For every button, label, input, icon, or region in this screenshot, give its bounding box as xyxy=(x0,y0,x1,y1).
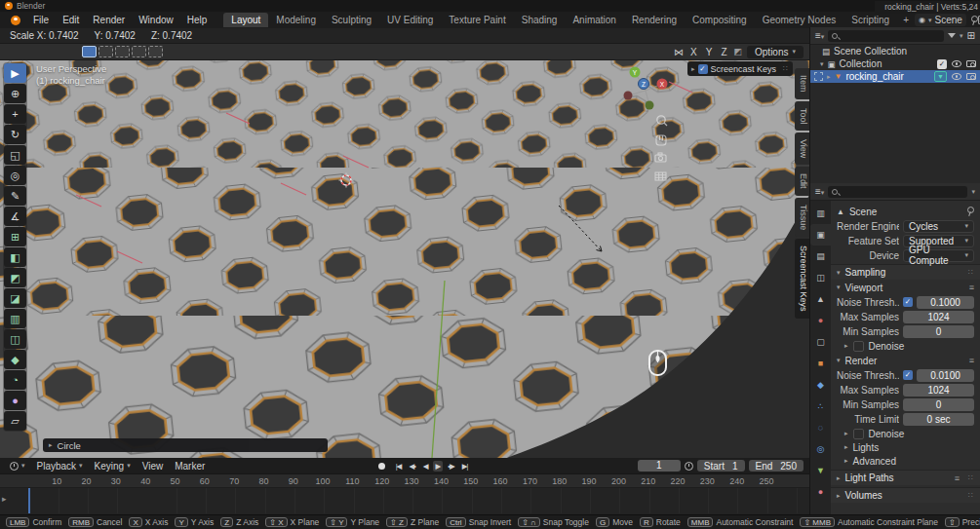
jump-to-start-button[interactable]: |◀ xyxy=(393,461,405,472)
denoise-checkbox[interactable] xyxy=(853,429,864,439)
tool-button[interactable]: ▶ xyxy=(4,63,26,83)
tool-button[interactable]: ◪ xyxy=(4,288,26,308)
properties-tab[interactable]: ▥ xyxy=(810,203,831,224)
workspace-tab[interactable]: Rendering xyxy=(624,13,685,27)
drag-grip-icon[interactable]: ∷ xyxy=(783,64,789,73)
properties-tab[interactable]: ▤ xyxy=(810,246,831,267)
device-select[interactable]: GPU Compute ▾ xyxy=(903,249,974,262)
select-mode-button[interactable] xyxy=(132,46,146,57)
axis-neg-x-ball[interactable] xyxy=(624,92,633,100)
mirror-x-toggle[interactable]: X xyxy=(688,47,699,57)
sidebar-tab[interactable]: Edit xyxy=(795,167,809,196)
tool-button[interactable]: ◎ xyxy=(4,166,26,185)
screencast-checkbox[interactable]: ✓ xyxy=(698,64,708,74)
disable-render-icon[interactable] xyxy=(966,73,976,80)
timeline-tracks[interactable]: ▸ xyxy=(0,488,809,513)
max-samples-field[interactable]: 1024 xyxy=(903,311,974,323)
outliner-row-collection[interactable]: ▾ ▣ Collection ✓ xyxy=(810,57,980,70)
tool-button[interactable]: ⊕ xyxy=(4,84,26,103)
tool-button[interactable]: ◧ xyxy=(4,247,26,267)
select-mode-button[interactable] xyxy=(82,46,97,57)
outliner-search-input[interactable] xyxy=(828,30,944,42)
denoise-checkbox[interactable] xyxy=(853,341,864,352)
timeline-ruler[interactable]: 1020304050607080901001101201301401501601… xyxy=(0,474,809,488)
workspace-tab[interactable]: UV Editing xyxy=(379,13,441,27)
collection-checkbox[interactable]: ✓ xyxy=(937,59,947,69)
menu-item[interactable]: Window xyxy=(132,14,180,26)
tool-button[interactable]: ∡ xyxy=(4,207,26,226)
jump-to-end-button[interactable]: ▶| xyxy=(459,461,471,472)
keying-menu[interactable]: Keying ▾ xyxy=(89,461,137,472)
menu-item[interactable]: Help xyxy=(180,14,215,26)
properties-tab[interactable]: ◆ xyxy=(810,374,831,396)
max-samples-field[interactable]: 1024 xyxy=(903,384,974,397)
select-mode-button[interactable] xyxy=(148,46,163,57)
workspace-tab[interactable]: Scripting xyxy=(843,13,897,27)
tool-button[interactable]: ◔ xyxy=(4,370,26,390)
mirror-z-toggle[interactable]: Z xyxy=(719,47,728,57)
select-mode-button[interactable] xyxy=(98,46,113,57)
properties-tab[interactable]: ▢ xyxy=(810,331,831,353)
properties-tab[interactable]: ▼ xyxy=(810,460,831,481)
volumes-panel-header[interactable]: ▸ Volumes ∷ xyxy=(831,487,980,503)
disable-render-icon[interactable] xyxy=(966,60,976,67)
time-limit-field[interactable]: 0 sec xyxy=(903,413,974,426)
render-denoise-row[interactable]: ▸ Denoise xyxy=(837,427,974,440)
menu-item[interactable]: Render xyxy=(86,14,132,26)
channel-expand-icon[interactable]: ▸ xyxy=(2,494,7,504)
noise-threshold-checkbox[interactable]: ✓ xyxy=(903,370,913,380)
properties-search-input[interactable] xyxy=(828,186,967,198)
last-operator-panel[interactable]: ▸ Circle xyxy=(43,438,328,452)
timeline-editor-type-button[interactable]: ▾ xyxy=(4,462,31,471)
viewport-subpanel-header[interactable]: ▾ Viewport ≡ xyxy=(837,281,974,294)
workspace-tab[interactable]: Shading xyxy=(514,13,566,27)
playback-menu[interactable]: Playback ▾ xyxy=(31,461,89,472)
workspace-tab[interactable]: Compositing xyxy=(685,13,755,27)
properties-tab[interactable]: ◎ xyxy=(810,438,831,460)
sidebar-tab[interactable]: Item xyxy=(795,68,809,99)
new-collection-button[interactable]: ⊞ xyxy=(967,30,975,41)
correct-face-attributes-icon[interactable]: ◩ xyxy=(734,47,743,57)
pin-icon[interactable] xyxy=(965,207,974,216)
mirror-y-toggle[interactable]: Y xyxy=(704,47,715,57)
tool-button[interactable]: ▱ xyxy=(4,411,26,431)
options-button[interactable]: Options ▾ xyxy=(747,46,804,58)
tool-button[interactable]: ◩ xyxy=(4,268,26,287)
menu-item[interactable]: File xyxy=(26,14,56,26)
tool-button[interactable]: ↻ xyxy=(4,125,26,144)
sidebar-tab[interactable]: Tool xyxy=(795,101,809,132)
viewport-denoise-row[interactable]: ▸ Denoise xyxy=(837,339,974,353)
tool-button[interactable]: ⊞ xyxy=(4,227,26,246)
advanced-row[interactable]: ▸ Advanced xyxy=(837,454,974,468)
properties-tab[interactable]: ▲ xyxy=(810,288,831,310)
playhead-line[interactable] xyxy=(28,488,30,513)
properties-tab[interactable]: ∴ xyxy=(810,396,831,417)
preset-menu-icon[interactable]: ≡ xyxy=(969,356,974,365)
tool-button[interactable]: ◆ xyxy=(4,350,26,369)
min-samples-field[interactable]: 0 xyxy=(903,398,974,411)
next-keyframe-button[interactable]: •▶ xyxy=(445,461,456,472)
screencast-keys-panel[interactable]: ▸ ✓ Screencast Keys ∷ xyxy=(687,61,793,76)
properties-tab[interactable]: ● xyxy=(810,481,831,503)
current-frame-field[interactable]: 1 xyxy=(638,460,681,472)
menu-item[interactable]: Edit xyxy=(56,14,86,26)
3d-viewport[interactable]: Y Z X xyxy=(0,60,809,458)
workspace-tab[interactable]: Geometry Nodes xyxy=(755,13,844,27)
workspace-tab[interactable]: Animation xyxy=(565,13,623,27)
properties-editor-type-button[interactable]: ≡▾ xyxy=(815,186,824,197)
workspace-tab[interactable]: Modeling xyxy=(268,13,324,27)
outliner-row-rocking-chair[interactable]: ▸ ▼ rocking_chair ▼ xyxy=(810,70,980,83)
workspace-tab[interactable]: Sculpting xyxy=(324,13,379,27)
noise-threshold-field[interactable]: 0.1000 xyxy=(917,296,974,309)
hide-viewport-icon[interactable] xyxy=(952,73,961,80)
blender-menu-icon[interactable] xyxy=(8,16,22,25)
axis-neg-y-ball[interactable] xyxy=(646,101,654,110)
scene-selector[interactable]: ◉ ▾ Scene xyxy=(915,14,966,26)
outliner-row-scene-collection[interactable]: ▤ Scene Collection xyxy=(810,45,980,57)
render-subpanel-header[interactable]: ▾ Render ≡ xyxy=(837,354,974,367)
pin-icon[interactable] xyxy=(969,16,976,25)
properties-tab[interactable]: ◫ xyxy=(810,267,831,288)
auto-key-record-button[interactable] xyxy=(378,463,385,470)
tool-button[interactable]: ● xyxy=(4,391,26,410)
sidebar-tab[interactable]: View xyxy=(795,132,809,165)
